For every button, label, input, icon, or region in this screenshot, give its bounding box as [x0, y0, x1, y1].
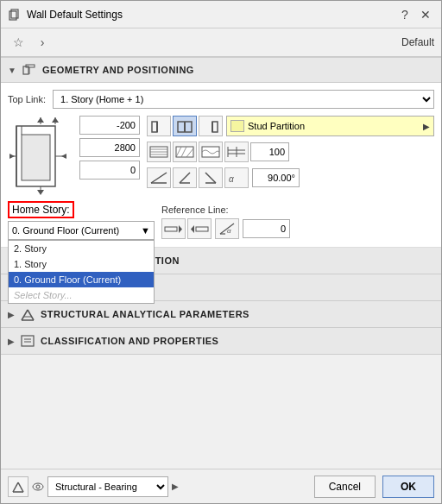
ref-line-label: Reference Line: [161, 205, 229, 215]
home-story-selected[interactable]: 0. Ground Floor (Current) ▼ [8, 221, 155, 240]
footer-left: Structural - Bearing ▶ [8, 476, 307, 497]
angle-row: α [147, 167, 434, 188]
svg-line-58 [28, 310, 34, 320]
angle-icons: α [147, 167, 249, 188]
ref-line-row: Reference Line: [161, 205, 434, 215]
footer: Structural - Bearing ▶ Cancel OK [1, 469, 441, 503]
structural-type-select[interactable]: Structural - Bearing [47, 476, 168, 497]
window-title: Wall Default Settings [27, 9, 123, 21]
ref-line-input[interactable] [243, 219, 290, 238]
help-button[interactable]: ? [396, 6, 414, 23]
input-fields [79, 116, 140, 198]
main-window: Wall Default Settings ? ✕ ☆ › Default ▼ … [0, 0, 442, 504]
width-input[interactable] [79, 138, 140, 157]
classification-expand-icon: ▶ [8, 337, 15, 346]
next-button[interactable]: › [32, 32, 53, 53]
svg-rect-61 [22, 336, 34, 346]
geometry-section-header[interactable]: ▼ GEOMETRY AND POSITIONING [1, 57, 441, 83]
svg-point-67 [33, 483, 43, 490]
cancel-button[interactable]: Cancel [314, 476, 376, 498]
svg-line-40 [180, 173, 190, 183]
footer-select-arrow: ▶ [172, 482, 179, 491]
story-placeholder: Select Story... [9, 287, 154, 303]
geometry-section-title: GEOMETRY AND POSITIONING [42, 65, 194, 75]
content-area: ▼ GEOMETRY AND POSITIONING Top Link: 1. … [1, 57, 441, 469]
default-label: Default [401, 36, 434, 48]
bottom-row: Home Story: 0. Ground Floor (Current) ▼ … [8, 201, 434, 240]
angle-slant-right-btn[interactable] [199, 167, 223, 188]
classification-title: CLASSIFICATION AND PROPERTIES [41, 336, 218, 346]
wall-type-right-btn[interactable] [199, 116, 223, 136]
svg-marker-48 [191, 225, 194, 233]
angle-input[interactable] [252, 168, 300, 187]
eye-icon [32, 481, 44, 493]
svg-line-38 [151, 173, 167, 183]
ok-button[interactable]: OK [382, 476, 434, 498]
wall-diagram [8, 116, 73, 198]
geometry-content: Top Link: 1. Story (Home + 1) [1, 83, 441, 248]
window-icon [8, 8, 22, 22]
footer-structural-icon [8, 476, 28, 497]
toolbar-row: ☆ › Default [1, 28, 441, 57]
home-story-dropdown: 0. Ground Floor (Current) ▼ 2. Story 1. … [8, 221, 155, 240]
wall-type-row: Stud Partition ▶ [147, 116, 434, 136]
right-panel: Stud Partition ▶ [147, 116, 434, 198]
height-input[interactable] [79, 116, 140, 135]
svg-point-68 [36, 485, 40, 488]
close-button[interactable]: ✕ [417, 6, 434, 23]
pattern-fence-btn[interactable] [224, 142, 249, 162]
pattern-diagonal-btn[interactable] [173, 142, 197, 162]
svg-marker-16 [61, 154, 66, 159]
story-option-ground[interactable]: 0. Ground Floor (Current) [9, 272, 154, 287]
angle-alpha-btn[interactable]: α [224, 167, 249, 188]
svg-line-64 [13, 482, 18, 492]
title-bar: Wall Default Settings ? ✕ [1, 1, 441, 28]
story-option-2[interactable]: 2. Story [9, 241, 154, 256]
top-link-label: Top Link: [8, 94, 46, 104]
ref-measure-icon-btn[interactable]: α [215, 218, 239, 239]
angle-straight-btn[interactable] [147, 167, 171, 188]
toolbar-left: ☆ › [8, 32, 53, 53]
pattern-icons-row [147, 142, 434, 162]
geometry-icon [22, 62, 37, 78]
ref-line-icons [161, 218, 212, 239]
wall-svg [8, 116, 73, 198]
top-link-row: Top Link: 1. Story (Home + 1) [8, 90, 434, 109]
pattern-value-input[interactable] [250, 142, 289, 161]
top-link-select[interactable]: 1. Story (Home + 1) [53, 90, 434, 109]
ref-right-icon-btn[interactable] [187, 218, 212, 239]
svg-line-57 [22, 310, 28, 320]
home-story-chevron: ▼ [141, 225, 150, 236]
svg-marker-18 [37, 190, 44, 195]
ref-left-icon-btn[interactable] [161, 218, 186, 239]
main-content-row: Stud Partition ▶ [8, 116, 434, 198]
partition-arrow: ▶ [423, 122, 430, 131]
home-story-list: 2. Story 1. Story 0. Ground Floor (Curre… [8, 240, 155, 304]
svg-text:α: α [227, 227, 231, 235]
pattern-wave-btn[interactable] [199, 142, 223, 162]
story-option-1[interactable]: 1. Story [9, 256, 154, 272]
geometry-collapse-icon: ▼ [8, 66, 16, 75]
angle-slant-left-btn[interactable] [173, 167, 197, 188]
wall-type-center-btn[interactable] [173, 116, 197, 136]
favorite-button[interactable]: ☆ [8, 32, 28, 53]
offset-input[interactable] [79, 161, 140, 180]
svg-marker-46 [179, 225, 182, 233]
svg-marker-14 [9, 154, 15, 159]
svg-marker-8 [52, 117, 59, 123]
title-bar-left: Wall Default Settings [8, 8, 123, 22]
partition-selector[interactable]: Stud Partition ▶ [226, 116, 434, 136]
wall-type-icons [147, 116, 223, 136]
classification-section[interactable]: ▶ CLASSIFICATION AND PROPERTIES [1, 328, 441, 355]
svg-rect-10 [22, 135, 50, 180]
pattern-hatch-btn[interactable] [147, 142, 171, 162]
classification-icon [20, 333, 35, 349]
structural-section[interactable]: ▶ STRUCTURAL ANALYTICAL PARAMETERS [1, 301, 441, 328]
svg-marker-6 [37, 117, 44, 123]
svg-line-42 [205, 173, 216, 183]
home-story-label: Home Story: [8, 201, 74, 218]
ref-line-area: Reference Line: [161, 201, 434, 239]
title-bar-controls: ? ✕ [396, 6, 434, 23]
svg-rect-45 [165, 227, 177, 231]
wall-type-left-btn[interactable] [147, 116, 171, 136]
